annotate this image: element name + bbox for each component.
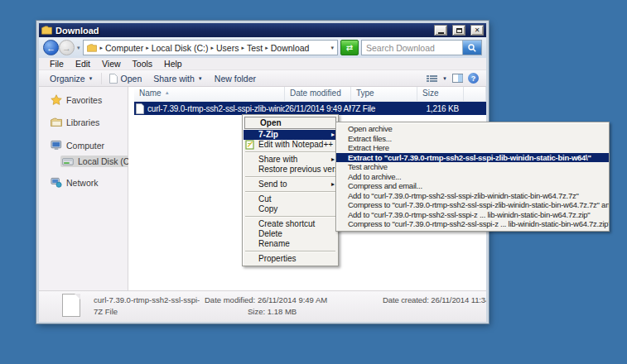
sidebar-item-label: Local Disk (C:) xyxy=(78,156,135,166)
maximize-icon xyxy=(456,28,462,33)
file-rows: curl-7.39.0-rtmp-ssh2-ssl-sspi-zlib-wini… xyxy=(128,102,486,115)
context-menu-item-properties[interactable]: Properties xyxy=(244,254,337,264)
menu-separator xyxy=(245,216,335,218)
submenu-item[interactable]: Open archive xyxy=(336,124,609,134)
sidebar-item-computer[interactable]: Computer xyxy=(49,139,128,151)
menubar-item-tools[interactable]: Tools xyxy=(127,59,159,69)
new-folder-label: New folder xyxy=(215,74,256,84)
maximize-button[interactable] xyxy=(452,25,465,36)
menu-item-label: Restore previous versions xyxy=(258,165,337,174)
file-name: curl-7.39.0-rtmp-ssh2-ssl-sspi-zlib-wini… xyxy=(147,104,285,113)
menu-separator xyxy=(245,176,335,178)
file-row[interactable]: curl-7.39.0-rtmp-ssh2-ssl-sspi-zlib-wini… xyxy=(134,102,486,115)
submenu-item[interactable]: Extract Here xyxy=(336,143,609,153)
sidebar-item-libraries[interactable]: Libraries xyxy=(49,117,128,128)
preview-pane-button[interactable] xyxy=(450,72,465,84)
details-date-created: Date created: 26/11/2014 11:34 AM xyxy=(383,295,486,304)
close-button[interactable]: ✕ xyxy=(470,25,484,36)
new-folder-button[interactable]: New folder xyxy=(209,72,262,85)
column-header-date-modified[interactable]: Date modified xyxy=(285,87,351,101)
toolbar: Organize ▼ Open Share with ▼ New folder xyxy=(39,70,486,87)
menubar-item-file[interactable]: File xyxy=(44,59,70,69)
help-button[interactable]: ? xyxy=(465,71,481,85)
menu-item-label: Share with xyxy=(258,155,297,164)
sidebar-item-label: Favorites xyxy=(66,95,102,105)
breadcrumb-item[interactable]: Computer xyxy=(105,43,143,53)
breadcrumb-item[interactable]: Download xyxy=(271,43,310,53)
context-menu-item-share-with[interactable]: Share with▸ xyxy=(244,155,337,165)
refresh-go-button[interactable]: ⇄ xyxy=(340,40,359,55)
breadcrumb[interactable]: ▸Computer▸Local Disk (C:)▸Users▸Test▸Dow… xyxy=(83,40,338,55)
submenu-arrow-icon: ▸ xyxy=(331,130,335,140)
breadcrumb-item[interactable]: Users xyxy=(216,43,239,53)
submenu-item[interactable]: Add to archive... xyxy=(336,172,609,182)
context-menu-item-cut[interactable]: Cut xyxy=(244,194,337,204)
folder-icon xyxy=(41,26,52,35)
chevron-down-icon: ▼ xyxy=(89,76,94,81)
libraries-icon xyxy=(51,117,62,127)
context-menu-item-open[interactable]: Open xyxy=(244,117,336,129)
submenu-item[interactable]: Add to "curl-7.39.0-rtmp-ssh2-ssl-sspi-z… xyxy=(336,191,609,201)
submenu-item[interactable]: Extract files... xyxy=(336,134,609,144)
change-view-button[interactable] xyxy=(424,73,440,84)
menubar-item-edit[interactable]: Edit xyxy=(70,59,96,69)
back-button[interactable]: ← xyxy=(43,40,59,55)
menu-item-label: Cut xyxy=(258,194,272,204)
context-menu-item-delete[interactable]: Delete xyxy=(244,229,337,239)
views-dropdown-button[interactable]: ▼ xyxy=(440,74,450,83)
submenu-item[interactable]: Compress to "curl-7.39.0-rtmp-ssh2-ssl-s… xyxy=(336,219,609,229)
close-icon: ✕ xyxy=(475,27,480,34)
column-header-type[interactable]: Type xyxy=(351,87,417,101)
submenu-item[interactable]: Compress to "curl-7.39.0-rtmp-ssh2-ssl-s… xyxy=(336,200,609,210)
submenu-item[interactable]: Add to "curl-7.39.0-rtmp-ssh2-ssl-sspi-z… xyxy=(336,210,609,220)
menubar-item-view[interactable]: View xyxy=(96,59,127,69)
organize-label: Organize xyxy=(50,74,85,84)
chevron-down-icon: ▼ xyxy=(198,76,203,81)
breadcrumb-item[interactable]: Local Disk (C:) xyxy=(152,43,209,53)
breadcrumb-separator-icon: ▸ xyxy=(211,45,215,51)
menubar-item-help[interactable]: Help xyxy=(158,59,188,69)
minimize-icon xyxy=(438,32,444,34)
menu-item-label: Create shortcut xyxy=(258,219,315,228)
desktop: Download ✕ ← → ▾ ▸Computer▸Local Disk (C… xyxy=(0,0,627,364)
column-header-name[interactable]: Name▲ xyxy=(134,87,285,101)
share-with-button[interactable]: Share with ▼ xyxy=(147,72,209,85)
search-icon[interactable] xyxy=(462,41,481,55)
sidebar-item-label: Libraries xyxy=(66,117,99,127)
chevron-down-icon: ▼ xyxy=(442,76,447,81)
forward-button[interactable]: → xyxy=(59,40,75,55)
menu-item-label: Edit with Notepad++ xyxy=(258,140,333,149)
context-menu-item-edit-with-notepad[interactable]: Edit with Notepad++ xyxy=(244,140,337,150)
submenu-item[interactable]: Extract to "curl-7.39.0-rtmp-ssh2-ssl-ss… xyxy=(336,153,609,163)
column-header-filler xyxy=(464,87,486,101)
organize-button[interactable]: Organize ▼ xyxy=(44,72,99,85)
menu-item-label: Copy xyxy=(258,204,277,213)
context-menu-item-send-to[interactable]: Send to▸ xyxy=(244,180,337,189)
column-header-size[interactable]: Size xyxy=(417,87,464,101)
help-icon: ? xyxy=(468,73,479,84)
open-button[interactable]: Open xyxy=(104,72,148,85)
context-menu-item-create-shortcut[interactable]: Create shortcut xyxy=(244,219,337,229)
titlebar[interactable]: Download ✕ xyxy=(39,23,486,37)
breadcrumb-item[interactable]: Test xyxy=(247,43,263,53)
star-icon xyxy=(51,94,62,105)
date-created-value: 26/11/2014 11:34 AM xyxy=(431,295,486,304)
context-menu-item-copy[interactable]: Copy xyxy=(244,204,337,214)
context-menu-item-7-zip[interactable]: 7-Zip▸ xyxy=(244,130,337,140)
context-menu-item-rename[interactable]: Rename xyxy=(244,239,337,249)
sidebar-item-favorites[interactable]: Favorites xyxy=(49,93,128,106)
history-dropdown-icon[interactable]: ▾ xyxy=(77,45,80,51)
menu-separator xyxy=(245,251,335,252)
search-input[interactable]: Search Download xyxy=(361,40,482,55)
submenu-item[interactable]: Compress and email... xyxy=(336,181,609,191)
folder-icon xyxy=(87,44,97,52)
network-icon xyxy=(51,177,62,188)
minimize-button[interactable] xyxy=(434,25,447,36)
address-dropdown-icon[interactable]: ▾ xyxy=(330,45,334,51)
submenu-item[interactable]: Test archive xyxy=(336,162,609,172)
menu-bar: FileEditViewToolsHelp xyxy=(39,58,486,70)
context-menu-item-restore-previous-versions[interactable]: Restore previous versions xyxy=(244,165,337,175)
sidebar-item-network[interactable]: Network xyxy=(49,176,128,189)
sidebar-item-local-disk-c[interactable]: Local Disk (C:) xyxy=(60,156,139,167)
size-value: 1.18 MB xyxy=(268,307,297,316)
